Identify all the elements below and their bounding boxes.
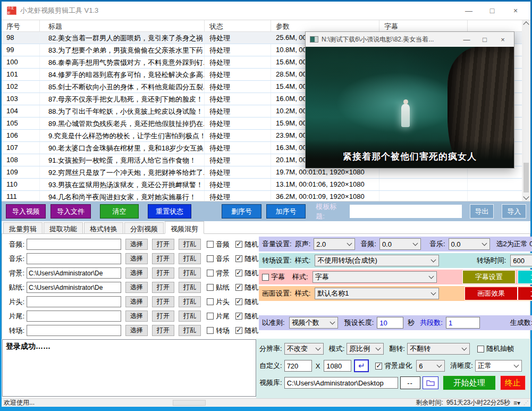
open-button[interactable]: 打开 — [152, 325, 174, 336]
resolution-select[interactable]: 不改变 — [284, 343, 324, 355]
select-button[interactable]: 选择 — [125, 311, 148, 322]
preview-close-button[interactable]: × — [494, 33, 512, 46]
enable-checkbox[interactable] — [207, 255, 214, 262]
enable-checkbox[interactable] — [207, 327, 214, 334]
random-frame-checkbox[interactable] — [477, 346, 484, 353]
random-checkbox[interactable] — [235, 255, 242, 262]
table-row[interactable]: 110 93.男孩在监狱用热汤泼狱友，竟还公开挑衅狱警！ 待处理 13.1M, … — [2, 179, 522, 191]
audio-volume-select[interactable]: 0.0 — [379, 238, 421, 250]
start-processing-button[interactable]: 开始处理 — [443, 375, 496, 390]
sticker-path-input[interactable] — [27, 282, 121, 293]
open-button[interactable]: 打开 — [152, 311, 174, 322]
random-checkbox[interactable] — [235, 313, 242, 320]
open-folder-button[interactable] — [423, 376, 438, 389]
width-input[interactable] — [284, 360, 312, 372]
tab-extract[interactable]: 提取功能 — [44, 222, 83, 233]
open-button[interactable]: 打开 — [152, 239, 174, 250]
delete-index-button[interactable]: 删序号 — [222, 204, 261, 219]
random-checkbox[interactable] — [235, 298, 242, 305]
maximize-button[interactable]: □ — [480, 3, 504, 18]
transition-style-select[interactable]: 不使用转场(合成快) — [315, 255, 439, 266]
template-title-input[interactable] — [350, 205, 461, 218]
swap-size-button[interactable]: ↵ — [354, 359, 369, 372]
subtitle-checkbox[interactable] — [262, 274, 269, 281]
tab-split-video[interactable]: 分割视频 — [124, 222, 164, 233]
height-input[interactable] — [324, 360, 351, 372]
stop-button[interactable]: 终止 — [500, 375, 526, 390]
column-header-status[interactable]: 状态 — [205, 20, 271, 31]
enable-checkbox[interactable] — [207, 313, 214, 320]
scroll-up-icon[interactable] — [523, 21, 529, 27]
select-button[interactable]: 选择 — [125, 239, 148, 250]
library-path-input[interactable] — [284, 377, 398, 389]
open-button[interactable]: 打开 — [152, 267, 174, 279]
column-header-params[interactable]: 参数 — [271, 20, 379, 31]
tab-batch-edit[interactable]: 批量剪辑 — [3, 222, 43, 233]
select-button[interactable]: 选择 — [125, 282, 148, 293]
select-button[interactable]: 选择 — [125, 296, 148, 307]
import-button[interactable]: 导入 — [502, 204, 526, 219]
shuffle-button[interactable]: 打乱 — [179, 296, 201, 307]
shuffle-button[interactable]: 打乱 — [179, 282, 201, 293]
tab-video-mix[interactable]: 视频混剪 — [165, 221, 204, 234]
clarity-select[interactable]: 正常 — [475, 360, 522, 372]
preview-maximize-button[interactable]: □ — [476, 33, 494, 46]
random-checkbox[interactable] — [235, 270, 242, 276]
random-checkbox[interactable] — [235, 284, 242, 291]
scrollbar-thumb[interactable] — [523, 163, 529, 192]
select-button[interactable]: 选择 — [125, 267, 148, 279]
import-file-button[interactable]: 导入文件 — [50, 204, 90, 219]
intro-path-input[interactable] — [27, 296, 121, 307]
preview-minimize-button[interactable]: — — [458, 33, 476, 46]
menu-icon[interactable]: ≡▾ — [513, 399, 520, 407]
segments-input[interactable] — [446, 317, 480, 329]
transition-path-input[interactable] — [27, 325, 121, 336]
rule-mode-select[interactable]: 视频个数 — [289, 317, 338, 329]
shuffle-button[interactable]: 打乱 — [179, 239, 201, 250]
text-settings-button[interactable]: 文字设置 — [518, 270, 532, 284]
music-volume-select[interactable]: 0.0 — [449, 238, 490, 250]
screen-style-select[interactable]: 默认名称1 — [315, 288, 439, 299]
add-index-button[interactable]: 加序号 — [266, 204, 306, 219]
open-button[interactable]: 打开 — [152, 282, 174, 293]
close-button[interactable]: × — [504, 3, 527, 18]
minimize-button[interactable]: — — [457, 3, 480, 18]
column-header-index[interactable]: 序号 — [2, 20, 40, 31]
random-checkbox[interactable] — [235, 241, 242, 248]
enable-checkbox[interactable] — [207, 241, 214, 248]
blur-level-select[interactable]: 6 — [416, 360, 445, 372]
enable-checkbox[interactable] — [207, 284, 214, 291]
preset-length-input[interactable] — [377, 317, 403, 329]
scroll-down-icon[interactable] — [523, 194, 529, 199]
enable-checkbox[interactable] — [207, 270, 214, 276]
browse-button[interactable]: -- — [400, 376, 420, 389]
open-button[interactable]: 打开 — [152, 253, 174, 264]
import-video-button[interactable]: 导入视频 — [6, 204, 46, 219]
column-header-title[interactable]: 标题 — [40, 20, 205, 31]
video-frame[interactable]: 紧接着那个被他们害死的疯女人 — [306, 47, 514, 168]
outro-path-input[interactable] — [27, 311, 121, 322]
shuffle-button[interactable]: 打乱 — [179, 267, 201, 279]
audio-path-input[interactable] — [27, 239, 121, 250]
shuffle-button[interactable]: 打乱 — [179, 253, 201, 264]
column-header-subtitle[interactable]: 字幕 — [379, 20, 468, 31]
subtitle-style-select[interactable]: 字幕 — [313, 271, 437, 283]
export-button[interactable]: 导出 — [470, 204, 494, 219]
background-path-input[interactable] — [27, 267, 121, 279]
text-effect-button[interactable]: 文字效果 — [518, 287, 532, 300]
table-row[interactable]: 111 94.几名和尚半夜闯进妇女家，竟对她实施暴行！ 待处理 36.2M, 0… — [2, 191, 522, 201]
shuffle-button[interactable]: 打乱 — [179, 325, 201, 336]
select-button[interactable]: 选择 — [125, 253, 148, 264]
tab-format-convert[interactable]: 格式转换 — [84, 222, 123, 233]
music-path-input[interactable] — [27, 253, 121, 264]
clear-button[interactable]: 清空 — [100, 204, 139, 219]
log-box[interactable]: 登录成功…… — [2, 339, 256, 397]
random-checkbox[interactable] — [235, 327, 242, 334]
orig-volume-select[interactable]: 2.0 — [314, 238, 355, 250]
background-blur-checkbox[interactable] — [375, 363, 382, 370]
flip-select[interactable]: 不翻转 — [407, 343, 470, 355]
transition-time-select[interactable]: 600 — [510, 255, 532, 266]
select-button[interactable]: 选择 — [125, 325, 148, 336]
subtitle-settings-button[interactable]: 字幕设置 — [462, 270, 516, 284]
enable-checkbox[interactable] — [207, 298, 214, 305]
